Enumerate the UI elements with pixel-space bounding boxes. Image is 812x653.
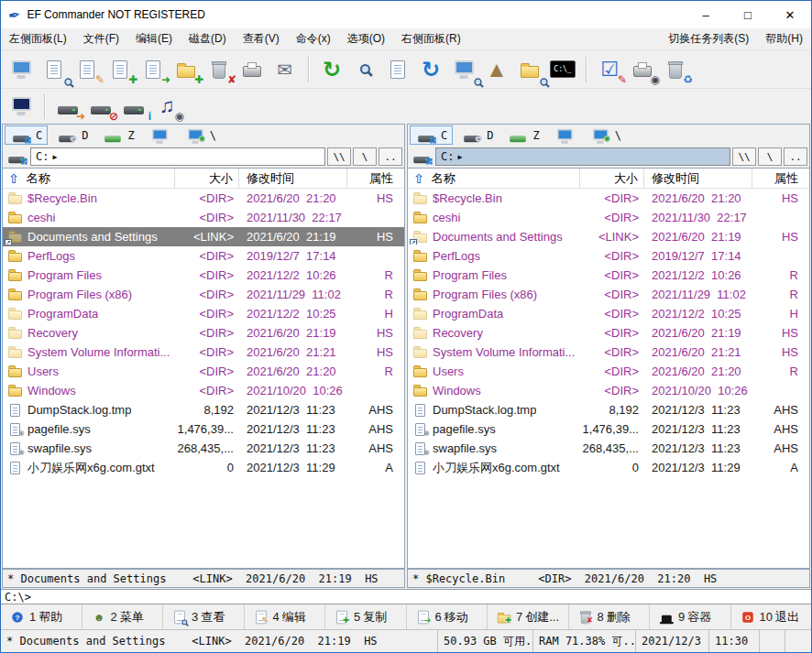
left-path-button-2[interactable]: .. <box>379 147 402 166</box>
file-row[interactable]: ↗Documents and Settings<LINK>2021/6/20 2… <box>3 227 404 246</box>
menu-item-1[interactable]: 文件(F) <box>75 28 127 49</box>
file-row[interactable]: Program Files (x86)<DIR>2021/11/29 11:02… <box>3 285 404 304</box>
menu-item-0[interactable]: 左侧面板(L) <box>1 28 75 49</box>
function-key-9[interactable]: 9容器 <box>650 604 731 629</box>
file-row[interactable]: DumpStack.log.tmp8,1922021/12/3 11:23AHS <box>3 400 404 419</box>
file-row[interactable]: PerfLogs<DIR>2019/12/7 17:14 <box>408 246 809 266</box>
search-button[interactable] <box>348 55 381 84</box>
function-key-2[interactable]: ☻2菜单 <box>82 604 164 629</box>
file-row[interactable]: Program Files (x86)<DIR>2021/11/29 11:02… <box>408 285 809 304</box>
right-path-button-1[interactable]: \ <box>758 147 782 166</box>
function-key-3[interactable]: 3查看 <box>163 604 245 629</box>
file-row[interactable]: ceshi<DIR>2021/11/30 22:17 <box>408 208 809 227</box>
function-key-8[interactable]: ✘8删除 <box>569 604 651 629</box>
function-key-6[interactable]: ➜6移动 <box>407 604 488 629</box>
drive-info-button[interactable]: i <box>117 92 150 121</box>
file-row[interactable]: Recovery<DIR>2021/6/20 21:19HS <box>408 323 809 343</box>
new-folder-button[interactable]: ✚ <box>170 55 203 84</box>
file-row[interactable]: Windows<DIR>2021/10/20 10:26 <box>408 381 809 400</box>
function-key-10[interactable]: O10退出 <box>731 604 812 629</box>
menu-item-5[interactable]: 命令(x) <box>288 28 339 49</box>
function-key-7[interactable]: ✚7创建... <box>488 604 569 629</box>
left-drive-tab-Z[interactable]: Z <box>96 125 139 145</box>
right-drive-tab-C[interactable]: C <box>410 125 453 145</box>
file-row[interactable]: System Volume Informati...<DIR>2021/6/20… <box>3 343 404 362</box>
column-header-attrs[interactable]: 属性 <box>347 169 404 188</box>
function-key-4[interactable]: ✎4编辑 <box>245 604 326 629</box>
file-row[interactable]: ceshi<DIR>2021/11/30 22:17 <box>3 208 404 227</box>
function-key-1[interactable]: ?1帮助 <box>1 604 82 629</box>
file-row[interactable]: Program Files<DIR>2021/12/2 10:26R <box>3 266 404 285</box>
right-path-button-2[interactable]: .. <box>784 147 807 166</box>
menu-item-6[interactable]: 选项(O) <box>339 28 393 49</box>
minimize-button[interactable]: – <box>685 1 727 28</box>
file-row[interactable]: 小刀娱乐网x6g.com.gtxt02021/12/3 11:29A <box>3 458 404 477</box>
right-drive-tab-D[interactable]: ○D <box>455 125 499 145</box>
maximize-button[interactable]: □ <box>727 1 769 28</box>
menu-item-right-1[interactable]: 帮助(H) <box>757 28 811 49</box>
file-row[interactable]: $Recycle.Bin<DIR>2021/6/20 21:20HS <box>408 189 809 208</box>
mail-button[interactable]: ✉ <box>269 55 302 84</box>
file-row[interactable]: ❋swapfile.sys268,435,...2021/12/3 11:23A… <box>3 439 404 458</box>
file-row[interactable]: $Recycle.Bin<DIR>2021/6/20 21:20HS <box>3 189 404 208</box>
file-row[interactable]: ↗Documents and Settings<LINK>2021/6/20 2… <box>408 227 809 246</box>
left-drive-tab-\[interactable]: ◉\ <box>179 125 222 145</box>
file-row[interactable]: Users<DIR>2021/6/20 21:20R <box>3 362 404 381</box>
file-row[interactable]: 小刀娱乐网x6g.com.gtxt02021/12/3 11:29A <box>408 458 809 477</box>
left-drive-tab-C[interactable]: C <box>5 125 48 145</box>
menu-item-right-0[interactable]: 切换任务列表(S) <box>660 28 757 49</box>
quick-view-button[interactable] <box>447 55 480 84</box>
column-header-name[interactable]: ⇧名称 <box>3 169 175 188</box>
file-row[interactable]: Recovery<DIR>2021/6/20 21:19HS <box>3 323 404 343</box>
menu-item-4[interactable]: 查看(V) <box>235 28 288 49</box>
left-path-button-0[interactable]: \\ <box>327 147 351 166</box>
close-button[interactable]: ✕ <box>769 1 811 28</box>
file-row[interactable]: ProgramData<DIR>2021/12/2 10:25H <box>408 304 809 323</box>
disconnect-drive-button[interactable]: ⊘ <box>84 92 117 121</box>
left-path-field[interactable]: C:▶ <box>30 147 325 166</box>
folder-search-button[interactable] <box>513 55 546 84</box>
column-header-attrs[interactable]: 属性 <box>752 169 809 188</box>
column-header-time[interactable]: 修改时间 <box>239 169 347 188</box>
view-file-button[interactable] <box>38 55 71 84</box>
file-row[interactable]: Users<DIR>2021/6/20 21:20R <box>408 362 809 381</box>
file-row[interactable]: ❋swapfile.sys268,435,...2021/12/3 11:23A… <box>408 439 809 458</box>
right-path-button-0[interactable]: \\ <box>732 147 756 166</box>
menu-item-7[interactable]: 右侧面板(R) <box>393 28 469 49</box>
recycle-bin-button[interactable]: ♻ <box>659 55 692 84</box>
refresh-button[interactable]: ↻ <box>315 55 348 84</box>
left-drive-tab-desktop[interactable] <box>143 125 176 145</box>
edit-file-button[interactable]: ✎ <box>71 55 104 84</box>
left-path-button-1[interactable]: \ <box>353 147 377 166</box>
options-button[interactable]: ☑✎ <box>593 55 626 84</box>
column-header-size[interactable]: 大小 <box>175 169 239 188</box>
print-button[interactable] <box>236 55 269 84</box>
right-drive-tab-Z[interactable]: Z <box>501 125 544 145</box>
panels-button[interactable] <box>5 55 38 84</box>
compare-files-button[interactable] <box>381 55 414 84</box>
command-prompt-button[interactable]: C:\_ <box>546 55 579 84</box>
file-row[interactable]: PerfLogs<DIR>2019/12/7 17:14 <box>3 246 404 266</box>
menu-item-2[interactable]: 编辑(E) <box>127 28 181 49</box>
file-row[interactable]: DumpStack.log.tmp8,1922021/12/3 11:23AHS <box>408 400 809 419</box>
right-drive-tab-\[interactable]: ◉\ <box>584 125 627 145</box>
pyramid-button[interactable]: ▲ <box>480 55 513 84</box>
right-drive-tab-desktop[interactable] <box>548 125 581 145</box>
map-network-drive-button[interactable]: ➜ <box>51 92 84 121</box>
move-file-button[interactable]: ➜ <box>137 55 170 84</box>
right-path-field[interactable]: C:▶ <box>435 147 730 166</box>
media-player-button[interactable]: ♫◉ <box>150 92 183 121</box>
column-header-time[interactable]: 修改时间 <box>644 169 752 188</box>
command-line-input[interactable]: C:\> <box>1 589 811 604</box>
file-row[interactable]: ❋pagefile.sys1,476,39...2021/12/3 11:23A… <box>3 419 404 439</box>
file-row[interactable]: ProgramData<DIR>2021/12/2 10:25H <box>3 304 404 323</box>
function-key-5[interactable]: ✚5复制 <box>325 604 407 629</box>
delete-button[interactable]: ✘ <box>203 55 236 84</box>
print-screen-button[interactable]: ◉ <box>626 55 659 84</box>
column-header-name[interactable]: ⇧名称 <box>408 169 580 188</box>
file-row[interactable]: Program Files<DIR>2021/12/2 10:26R <box>408 266 809 285</box>
column-header-size[interactable]: 大小 <box>580 169 644 188</box>
file-row[interactable]: System Volume Informati...<DIR>2021/6/20… <box>408 343 809 362</box>
sleep-monitor-button[interactable]: ☾ <box>5 92 38 121</box>
copy-file-button[interactable]: ✚ <box>104 55 137 84</box>
